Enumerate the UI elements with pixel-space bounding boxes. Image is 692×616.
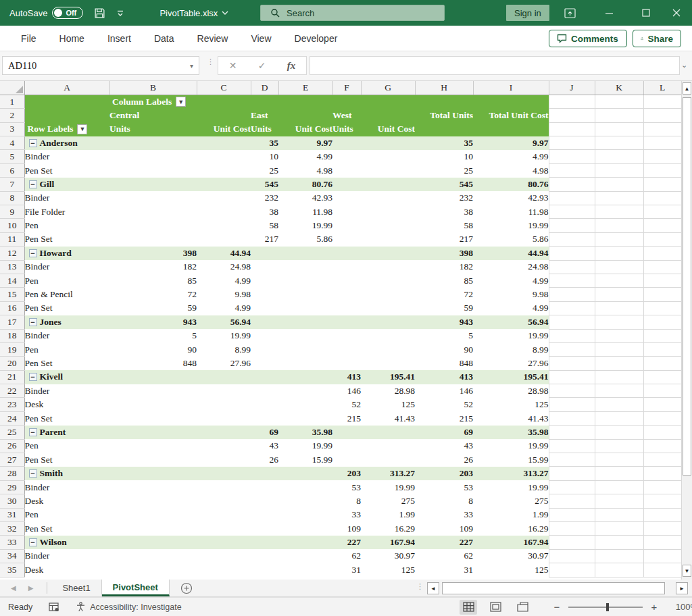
name-box-dropdown-icon[interactable]: ▾: [190, 62, 193, 70]
cell-L10[interactable]: [643, 219, 681, 232]
cell-E19[interactable]: [278, 342, 332, 356]
cell-H26[interactable]: 43: [415, 439, 473, 453]
cell-E22[interactable]: [278, 384, 332, 398]
document-title[interactable]: PivotTable.xlsx: [159, 8, 228, 18]
cell-H1[interactable]: [415, 95, 473, 108]
cell-E13[interactable]: [278, 260, 332, 274]
cell-E34[interactable]: [278, 549, 332, 563]
row-header-10[interactable]: 10: [0, 219, 24, 232]
cell-G24[interactable]: 41.43: [361, 411, 415, 425]
cell-G9[interactable]: [361, 205, 415, 219]
cell-G12[interactable]: [361, 247, 415, 260]
ribbon-display-options-button[interactable]: [554, 0, 585, 26]
cell-H7[interactable]: 545: [415, 178, 473, 191]
cell-J25[interactable]: [549, 426, 595, 439]
cell-D11[interactable]: 217: [251, 232, 278, 246]
cell-J8[interactable]: [549, 191, 595, 205]
cell-E2[interactable]: [278, 109, 332, 122]
cell-J30[interactable]: [549, 494, 595, 508]
comments-button[interactable]: Comments: [549, 30, 627, 47]
cell-G11[interactable]: [361, 232, 415, 246]
cell-C27[interactable]: [197, 453, 251, 467]
collapse-group-button[interactable]: −: [29, 428, 37, 436]
cell-B31[interactable]: [109, 508, 197, 521]
row-header-18[interactable]: 18: [0, 329, 24, 342]
cell-J19[interactable]: [549, 342, 595, 356]
cell-A16[interactable]: Pen Set: [24, 301, 109, 315]
row-header-14[interactable]: 14: [0, 274, 24, 287]
cell-D31[interactable]: [251, 508, 278, 521]
cell-A8[interactable]: Binder: [24, 191, 109, 205]
row-header-15[interactable]: 15: [0, 288, 24, 301]
cell-E15[interactable]: [278, 288, 332, 301]
cell-F8[interactable]: [332, 191, 361, 205]
ribbon-tab-view[interactable]: View: [242, 29, 280, 48]
cell-I35[interactable]: 125: [473, 563, 549, 577]
cell-A31[interactable]: Pen: [24, 508, 109, 521]
vertical-scroll-thumb[interactable]: [683, 97, 691, 476]
cell-I30[interactable]: 275: [473, 494, 549, 508]
normal-view-button[interactable]: [460, 600, 477, 615]
cell-C29[interactable]: [197, 480, 251, 494]
cell-E35[interactable]: [278, 563, 332, 577]
cell-E12[interactable]: [278, 247, 332, 260]
cell-K26[interactable]: [595, 439, 643, 453]
cell-D32[interactable]: [251, 522, 278, 536]
cell-C30[interactable]: [197, 494, 251, 508]
cell-F2[interactable]: West: [332, 109, 361, 122]
cell-B35[interactable]: [109, 563, 197, 577]
cell-H27[interactable]: 26: [415, 453, 473, 467]
quick-access-dropdown-icon[interactable]: [116, 9, 124, 17]
cell-A30[interactable]: Desk: [24, 494, 109, 508]
cell-L26[interactable]: [643, 439, 681, 453]
row-header-23[interactable]: 23: [0, 398, 24, 411]
cell-B26[interactable]: [109, 439, 197, 453]
cell-I32[interactable]: 16.29: [473, 522, 549, 536]
cell-A23[interactable]: Desk: [24, 398, 109, 411]
cell-F26[interactable]: [332, 439, 361, 453]
cell-D20[interactable]: [251, 357, 278, 370]
row-header-20[interactable]: 20: [0, 357, 24, 370]
cell-G8[interactable]: [361, 191, 415, 205]
cell-H18[interactable]: 5: [415, 329, 473, 342]
cell-I5[interactable]: 4.99: [473, 150, 549, 163]
search-input[interactable]: Search: [260, 5, 445, 21]
cell-L25[interactable]: [643, 426, 681, 439]
cell-K14[interactable]: [595, 274, 643, 287]
cell-J7[interactable]: [549, 178, 595, 191]
cell-B19[interactable]: 90: [109, 342, 197, 356]
cell-E8[interactable]: 42.93: [278, 191, 332, 205]
cell-F33[interactable]: 227: [332, 536, 361, 549]
cell-A1[interactable]: [24, 95, 109, 108]
col-header-H[interactable]: H: [415, 81, 473, 95]
scroll-up-button[interactable]: ▲: [683, 82, 691, 95]
cell-E24[interactable]: [278, 411, 332, 425]
collapse-group-button[interactable]: −: [29, 318, 37, 326]
cell-J1[interactable]: [549, 95, 595, 108]
cell-H30[interactable]: 8: [415, 494, 473, 508]
cell-D17[interactable]: [251, 315, 278, 329]
cell-H21[interactable]: 413: [415, 370, 473, 384]
cell-B9[interactable]: [109, 205, 197, 219]
cell-C20[interactable]: 27.96: [197, 357, 251, 370]
cell-C34[interactable]: [197, 549, 251, 563]
cell-B21[interactable]: [109, 370, 197, 384]
cell-C7[interactable]: [197, 178, 251, 191]
autosave-control[interactable]: AutoSave Off: [9, 7, 83, 19]
cell-J22[interactable]: [549, 384, 595, 398]
cell-B30[interactable]: [109, 494, 197, 508]
cell-G20[interactable]: [361, 357, 415, 370]
collapse-group-button[interactable]: −: [29, 180, 37, 188]
cell-F17[interactable]: [332, 315, 361, 329]
cell-A21[interactable]: −Kivell: [24, 370, 109, 384]
cell-B4[interactable]: [109, 136, 197, 150]
cell-F10[interactable]: [332, 219, 361, 232]
row-header-4[interactable]: 4: [0, 136, 24, 150]
zoom-in-button[interactable]: +: [648, 601, 660, 613]
cell-B11[interactable]: [109, 232, 197, 246]
cell-D4[interactable]: 35: [251, 136, 278, 150]
cell-G15[interactable]: [361, 288, 415, 301]
cell-L31[interactable]: [643, 508, 681, 521]
cell-J5[interactable]: [549, 150, 595, 163]
row-header-9[interactable]: 9: [0, 205, 24, 219]
